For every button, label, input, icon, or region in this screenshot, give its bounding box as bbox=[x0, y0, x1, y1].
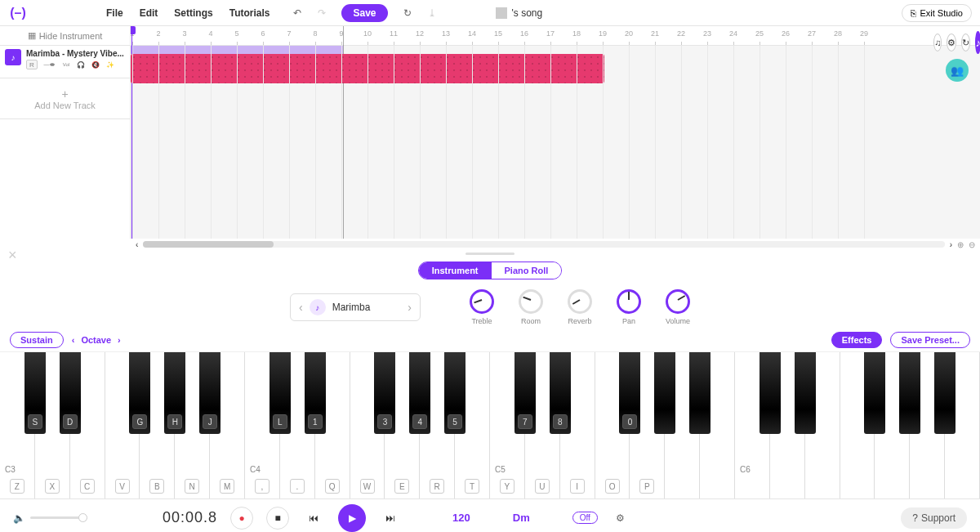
menu-settings[interactable]: Settings bbox=[174, 7, 212, 19]
ruler-tick: 4 bbox=[208, 29, 212, 38]
track-volume-slider[interactable]: —⬬ bbox=[41, 60, 57, 69]
record-arm-button[interactable]: R bbox=[26, 60, 38, 69]
octave-up-icon[interactable]: › bbox=[118, 335, 121, 345]
timeline-ruler[interactable]: 1234567891011121314151617181920212223242… bbox=[131, 26, 980, 46]
app-logo[interactable]: (–) bbox=[8, 3, 28, 23]
fab-collaborate-icon[interactable]: 👥 bbox=[946, 59, 969, 82]
track-header[interactable]: ♪ Marimba - Mystery Vibe... R —⬬ Vol 🎧 🔇… bbox=[0, 46, 130, 78]
black-key[interactable] bbox=[934, 352, 956, 434]
fab-music-icon[interactable]: ♪ bbox=[975, 31, 980, 54]
keyboard-hint: J bbox=[203, 414, 217, 429]
playhead-handle[interactable] bbox=[131, 26, 136, 34]
black-key[interactable] bbox=[864, 352, 885, 434]
scroll-left-icon[interactable]: ‹ bbox=[136, 240, 138, 249]
black-key[interactable]: S bbox=[24, 352, 46, 434]
support-button[interactable]: ? Support bbox=[901, 507, 967, 529]
black-key[interactable]: 4 bbox=[409, 352, 430, 434]
scroll-right-icon[interactable]: › bbox=[950, 240, 952, 249]
track-lane[interactable] bbox=[131, 54, 980, 87]
keyboard-hint: O bbox=[605, 479, 620, 494]
black-key[interactable]: 5 bbox=[444, 352, 466, 434]
song-icon bbox=[496, 7, 507, 19]
timeline-canvas[interactable]: 1234567891011121314151617181920212223242… bbox=[131, 26, 980, 239]
black-key[interactable] bbox=[795, 352, 816, 434]
keyboard-hint: U bbox=[535, 479, 550, 494]
black-key[interactable]: J bbox=[199, 352, 220, 434]
knob-reverb[interactable]: Reverb bbox=[568, 289, 592, 325]
black-key[interactable]: D bbox=[60, 352, 81, 434]
stop-button[interactable]: ■ bbox=[266, 507, 289, 530]
black-key[interactable]: G bbox=[129, 352, 150, 434]
sustain-button[interactable]: Sustain bbox=[10, 332, 64, 348]
fx-icon[interactable]: ✨ bbox=[105, 60, 116, 69]
key-signature[interactable]: Dm bbox=[513, 512, 530, 524]
zoom-out-icon[interactable]: ⊖ bbox=[969, 240, 975, 249]
black-key[interactable] bbox=[899, 352, 920, 434]
song-title[interactable]: 's song bbox=[496, 7, 543, 19]
knob-treble[interactable]: Treble bbox=[470, 289, 494, 325]
black-key[interactable]: 0 bbox=[619, 352, 640, 434]
record-button[interactable]: ● bbox=[230, 507, 253, 530]
volume-thumb[interactable] bbox=[78, 513, 87, 522]
download-icon[interactable]: ⤓ bbox=[425, 7, 439, 20]
save-preset-button[interactable]: Save Preset... bbox=[890, 332, 970, 348]
black-key[interactable]: 1 bbox=[305, 352, 326, 434]
floating-actions: ♫ ⚙ ↻ ♪ 👥 bbox=[946, 31, 969, 82]
redo-icon[interactable]: ↷ bbox=[315, 7, 328, 20]
black-key[interactable]: L bbox=[270, 352, 291, 434]
black-key[interactable] bbox=[654, 352, 675, 434]
instrument-selector[interactable]: ‹ ♪ Marimba › bbox=[290, 293, 421, 321]
exit-studio-button[interactable]: ⎘ Exit Studio bbox=[902, 4, 972, 22]
keyboard-hint: C bbox=[80, 479, 95, 494]
scrollbar-thumb[interactable] bbox=[143, 241, 274, 248]
rewind-button[interactable]: ⏮ bbox=[302, 507, 325, 530]
knob-volume[interactable]: Volume bbox=[666, 289, 690, 325]
ruler-tick: 12 bbox=[416, 29, 424, 38]
ruler-tick: 22 bbox=[677, 29, 685, 38]
scrollbar-track[interactable] bbox=[143, 241, 944, 248]
ruler-tick: 21 bbox=[651, 29, 659, 38]
tempo-display[interactable]: 120 bbox=[452, 512, 470, 524]
add-track-button[interactable]: + Add New Track bbox=[0, 78, 130, 119]
headphones-icon[interactable]: 🎧 bbox=[75, 60, 87, 69]
volume-slider[interactable] bbox=[30, 516, 87, 519]
vol-label: Vol bbox=[60, 60, 72, 69]
play-button[interactable]: ▶ bbox=[338, 504, 366, 532]
menu-edit[interactable]: Edit bbox=[140, 7, 158, 19]
forward-button[interactable]: ⏭ bbox=[379, 507, 402, 530]
black-key[interactable]: H bbox=[164, 352, 185, 434]
menu-tutorials[interactable]: Tutorials bbox=[229, 7, 270, 19]
refresh-icon[interactable]: ↻ bbox=[401, 7, 414, 20]
metronome-settings-icon[interactable]: ⚙ bbox=[614, 512, 627, 525]
undo-icon[interactable]: ↶ bbox=[291, 7, 304, 20]
knob-room[interactable]: Room bbox=[519, 289, 543, 325]
hide-instrument-toggle[interactable]: ▦ Hide Instrument bbox=[0, 26, 130, 46]
mute-icon[interactable]: 🔇 bbox=[90, 60, 101, 69]
ruler-tick: 29 bbox=[860, 29, 868, 38]
help-icon: ? bbox=[912, 512, 918, 524]
menu-file[interactable]: File bbox=[106, 7, 123, 19]
knob-pan[interactable]: Pan bbox=[617, 289, 641, 325]
knob-label: Pan bbox=[622, 317, 635, 325]
tab-instrument[interactable]: Instrument bbox=[419, 262, 492, 279]
close-panel-icon[interactable]: × bbox=[8, 247, 17, 264]
master-volume[interactable]: 🔈 bbox=[13, 512, 87, 524]
black-key[interactable]: 8 bbox=[550, 352, 571, 434]
effects-button[interactable]: Effects bbox=[831, 332, 883, 348]
exit-label: Exit Studio bbox=[920, 8, 963, 18]
black-key[interactable] bbox=[760, 352, 781, 434]
next-instrument-icon[interactable]: › bbox=[408, 301, 412, 314]
black-key[interactable]: 3 bbox=[374, 352, 395, 434]
octave-down-icon[interactable]: ‹ bbox=[72, 335, 75, 345]
black-key[interactable] bbox=[689, 352, 710, 434]
fab-settings-icon[interactable]: ⚙ bbox=[947, 34, 956, 51]
zoom-in-icon[interactable]: ⊕ bbox=[957, 240, 964, 249]
ruler-tick: 20 bbox=[625, 29, 633, 38]
save-button[interactable]: Save bbox=[341, 4, 387, 22]
tab-piano-roll[interactable]: Piano Roll bbox=[492, 262, 562, 279]
black-key[interactable]: 7 bbox=[514, 352, 536, 434]
menu-bar: File Edit Settings Tutorials bbox=[106, 7, 270, 19]
panel-drag-handle[interactable] bbox=[0, 250, 980, 257]
metronome-toggle[interactable]: Off bbox=[572, 512, 598, 524]
prev-instrument-icon[interactable]: ‹ bbox=[299, 301, 303, 314]
